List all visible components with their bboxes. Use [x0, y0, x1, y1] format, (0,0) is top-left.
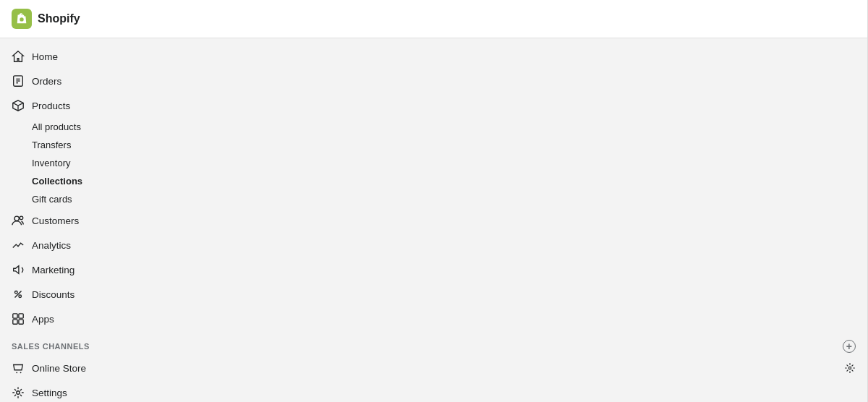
sidebar-item-label: Home: [32, 51, 58, 62]
marketing-icon: [12, 263, 25, 276]
svg-rect-11: [19, 314, 23, 318]
sidebar-item-label: Discounts: [32, 289, 75, 300]
shopify-logo[interactable]: Shopify: [12, 9, 80, 29]
sidebar-item-products[interactable]: Products: [0, 93, 867, 118]
sidebar-item-label: Customers: [32, 215, 79, 226]
sidebar-item-label: Analytics: [32, 240, 71, 251]
settings-icon: [12, 386, 25, 399]
sidebar: Shopify Home Orders Products All product…: [0, 0, 868, 402]
online-store-label: Online Store: [32, 363, 86, 374]
svg-rect-12: [13, 320, 17, 324]
sidebar-item-customers[interactable]: Customers: [0, 208, 867, 233]
sidebar-item-marketing[interactable]: Marketing: [0, 257, 867, 282]
customers-icon: [12, 214, 25, 227]
sidebar-subitem-giftcards[interactable]: Gift cards: [0, 190, 867, 208]
svg-point-17: [17, 391, 20, 395]
online-store-icon: [12, 362, 25, 375]
apps-icon: [12, 312, 25, 325]
add-sales-channel-button[interactable]: +: [843, 340, 856, 353]
sidebar-subitem-transfers[interactable]: Transfers: [0, 136, 867, 154]
sidebar-nav: Home Orders Products All products Transf…: [0, 38, 867, 402]
sales-channels-label: SALES CHANNELS +: [0, 331, 867, 356]
sidebar-item-label: Apps: [32, 314, 54, 325]
settings-label: Settings: [32, 388, 67, 398]
svg-line-9: [15, 291, 22, 298]
svg-point-15: [20, 372, 22, 373]
shopify-wordmark: Shopify: [38, 12, 80, 25]
sidebar-subitem-inventory[interactable]: Inventory: [0, 154, 867, 172]
sidebar-item-discounts[interactable]: Discounts: [0, 282, 867, 307]
orders-icon: [12, 74, 25, 87]
sidebar-item-online-store[interactable]: Online Store: [0, 356, 867, 380]
products-icon: [12, 99, 25, 112]
svg-point-5: [14, 216, 19, 221]
sidebar-item-label: Marketing: [32, 265, 75, 275]
sidebar-item-settings[interactable]: Settings: [0, 380, 867, 402]
svg-rect-10: [13, 314, 17, 318]
sidebar-item-orders[interactable]: Orders: [0, 69, 867, 93]
sidebar-subitem-allproducts[interactable]: All products: [0, 118, 867, 136]
sidebar-item-analytics[interactable]: Analytics: [0, 233, 867, 257]
sidebar-item-apps[interactable]: Apps: [0, 307, 867, 331]
sidebar-item-home[interactable]: Home: [0, 44, 867, 69]
home-icon: [12, 50, 25, 63]
sidebar-header: Shopify: [0, 0, 867, 38]
discounts-icon: [12, 288, 25, 301]
analytics-icon: [12, 239, 25, 252]
svg-point-16: [848, 367, 851, 369]
svg-rect-13: [19, 320, 23, 324]
svg-point-7: [15, 291, 18, 294]
online-store-settings-icon[interactable]: [844, 362, 856, 374]
svg-point-6: [20, 216, 23, 220]
shopify-icon: [12, 9, 32, 29]
shopify-bag-icon: [15, 12, 28, 25]
svg-point-8: [19, 295, 22, 298]
svg-point-14: [16, 372, 17, 373]
sidebar-item-label: Orders: [32, 76, 61, 87]
sidebar-item-label: Products: [32, 100, 70, 111]
sidebar-subitem-collections[interactable]: Collections: [0, 172, 867, 190]
